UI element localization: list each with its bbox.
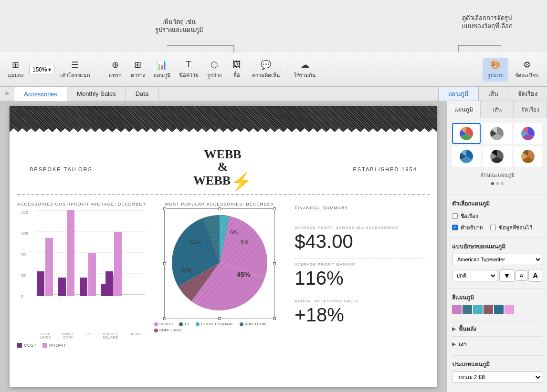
color-swatch-4[interactable] bbox=[484, 305, 493, 314]
bar-legend: COST PROFIT bbox=[17, 343, 148, 348]
tab-monthly-sales[interactable]: Monthly Sales bbox=[67, 87, 126, 101]
panel-axis-tab[interactable]: เส้น bbox=[481, 101, 514, 118]
color-swatch-1[interactable] bbox=[452, 305, 462, 314]
avg-profit-value: $43.00 bbox=[295, 231, 426, 252]
comment-button[interactable]: 💬 ความคิดเห็น bbox=[248, 58, 284, 82]
chart-style-2[interactable] bbox=[483, 123, 511, 144]
header-left-text: — BESPOKE TAILORS — bbox=[21, 166, 101, 172]
color-swatch-6[interactable] bbox=[505, 305, 514, 314]
pie-legend: SHIRTS TIE POCKET SQUARE WAISTCOAT bbox=[154, 322, 285, 332]
svg-text:6%: 6% bbox=[230, 229, 238, 235]
chart-style-6[interactable] bbox=[514, 146, 542, 167]
brand-name: WEBB&WEBB⚡ bbox=[193, 148, 252, 190]
media-button[interactable]: 🖼 สื่อ bbox=[226, 58, 247, 81]
panel-tab-axis[interactable]: เส้น bbox=[478, 87, 508, 101]
panel-tabs: แผนภูมิ เส้น จัดเรียง bbox=[447, 101, 547, 118]
svg-rect-8 bbox=[37, 271, 44, 296]
chart-style-5[interactable] bbox=[483, 146, 511, 167]
bar-chart-shirt bbox=[105, 210, 129, 296]
header-right-text: — ESTABLISHED 1954 — bbox=[344, 166, 426, 172]
font-select[interactable]: American Typewriter bbox=[452, 254, 542, 265]
pie-chart-section: MOST POPULAR ACCESSORIES: DECEMBER bbox=[154, 202, 285, 387]
pie-chart-svg: 5% 6% 11% 45% 33% bbox=[167, 210, 272, 315]
chart-options-label: ตัวเลือกแผนภูมิ bbox=[452, 199, 542, 208]
nav-dot-1[interactable] bbox=[491, 182, 494, 185]
insert-button[interactable]: ⊕ แทรก bbox=[105, 58, 126, 82]
text-button[interactable]: T ข้อความ bbox=[175, 58, 202, 81]
font-size-a-small[interactable]: A bbox=[515, 270, 527, 281]
avg-profit-label: AVERAGE PROFIT ACROSS ALL ACCESSORIES bbox=[295, 226, 426, 230]
chart-button[interactable]: 📊 แผนภูมิ bbox=[150, 58, 174, 82]
svg-rect-9 bbox=[45, 238, 53, 296]
color-swatch-3[interactable] bbox=[473, 305, 483, 314]
divider-top bbox=[17, 194, 430, 195]
font-size-a-large[interactable]: A bbox=[528, 269, 542, 282]
svg-rect-11 bbox=[67, 210, 74, 296]
font-style-select[interactable]: ปกติ bbox=[452, 270, 497, 281]
svg-rect-18 bbox=[114, 232, 122, 296]
nav-dot-2[interactable] bbox=[496, 182, 499, 185]
document-area: — BESPOKE TAILORS — WEBB&WEBB⚡ — ESTABLI… bbox=[0, 101, 447, 392]
table-button[interactable]: ⊞ ตาราง bbox=[127, 58, 149, 82]
share-button[interactable]: ☁ ใช้ร่วมกัน bbox=[290, 58, 320, 82]
bar-chart-section: ACCESSORIES COST/PROFIT AVERAGE: DECEMBE… bbox=[17, 202, 148, 387]
background-header[interactable]: ▶ พื้นหลัง bbox=[452, 321, 542, 336]
svg-text:แบบของวัตถุที่เลือก: แบบของวัตถุที่เลือก bbox=[462, 22, 513, 30]
annotation-area: เพิ่มวัตถุ เช่น รูปร่างและแผนภูมิ ดูตัวเ… bbox=[0, 0, 547, 52]
tab-accessories[interactable]: Accessories bbox=[14, 87, 67, 101]
svg-rect-10 bbox=[58, 278, 66, 296]
background-section: ▶ พื้นหลัง bbox=[447, 321, 547, 336]
financial-summary-section: FINANCIAL SUMMARY AVERAGE PROFIT ACROSS … bbox=[291, 202, 430, 387]
markup-label: AVERAGE PROFIT MARKUP bbox=[295, 262, 426, 267]
colors-label: สีแผนภูมิ bbox=[452, 293, 542, 302]
chart2-title: MOST POPULAR ACCESSORIES: DECEMBER bbox=[165, 202, 274, 206]
legend-label: คำอธิบาย bbox=[461, 223, 483, 232]
svg-rect-13 bbox=[88, 253, 96, 296]
zoom-control[interactable]: 150% ▾ bbox=[29, 65, 54, 74]
panel-tab-chart[interactable]: แผนภูมิ bbox=[438, 87, 478, 101]
view-button[interactable]: ⊞ มุมมอง bbox=[4, 58, 27, 82]
svg-text:ดูตัวเลือกการจัดรูป: ดูตัวเลือกการจัดรูป bbox=[462, 14, 512, 22]
font-section-label: แบบอักษรของแผนภูมิ bbox=[452, 242, 542, 251]
tab-data[interactable]: Data bbox=[126, 87, 158, 101]
svg-text:33%: 33% bbox=[181, 268, 191, 273]
charts-container: ACCESSORIES COST/PROFIT AVERAGE: DECEMBE… bbox=[10, 198, 437, 387]
shape-button[interactable]: ⬡ รูปร่าง bbox=[203, 58, 225, 82]
right-panel: แผนภูมิ เส้น จัดเรียง bbox=[447, 101, 547, 392]
font-size-decrease[interactable]: ▼ bbox=[499, 269, 515, 282]
title-checkbox[interactable] bbox=[452, 213, 458, 219]
chart-style-grid bbox=[452, 123, 542, 167]
legend-checkbox[interactable]: ✓ bbox=[452, 225, 458, 230]
pie-chart-wrapper[interactable]: 5% 6% 11% 45% 33% bbox=[167, 210, 272, 317]
format-button[interactable]: 🎨 รูปแบบ bbox=[483, 58, 508, 82]
svg-text:รูปร่างและแผนภูมิ: รูปร่างและแผนภูมิ bbox=[155, 26, 203, 34]
title-label: ชื่อเรื่อง bbox=[461, 212, 478, 220]
chart-style-4[interactable] bbox=[452, 146, 481, 167]
chart1-title: ACCESSORIES COST/PROFIT AVERAGE: DECEMBE… bbox=[17, 202, 148, 206]
add-sheet-button[interactable]: + bbox=[0, 87, 14, 101]
svg-text:5%: 5% bbox=[241, 239, 248, 245]
chart3-title: FINANCIAL SUMMARY bbox=[295, 206, 426, 210]
layout-button[interactable]: ☰ เค้าโครงแนก bbox=[56, 58, 94, 82]
chart-style-3[interactable] bbox=[514, 123, 542, 144]
color-swatch-5[interactable] bbox=[494, 305, 504, 314]
panel-arrange-tab[interactable]: จัดเรียง bbox=[514, 101, 547, 118]
nav-dots bbox=[452, 182, 542, 185]
sales-label: ANNUAL ACCESSORY SALES bbox=[295, 299, 426, 303]
color-swatches bbox=[452, 305, 542, 314]
chart-type-section: ประเภทแผนภูมิ วงกลม 2 มิติ bbox=[447, 355, 547, 388]
nav-dot-3[interactable] bbox=[501, 182, 504, 185]
toolbar: ⊞ มุมมอง 150% ▾ ☰ เค้าโครงแนก ⊕ แทรก ⊞ ต… bbox=[0, 52, 547, 87]
organize-button[interactable]: ⚙ จัดระเบียบ bbox=[510, 58, 543, 82]
hidden-data-label: ข้อมูลที่ซ่อนไว้ bbox=[499, 223, 532, 232]
color-swatch-2[interactable] bbox=[463, 305, 472, 314]
svg-rect-12 bbox=[80, 278, 87, 296]
chart-type-select[interactable]: วงกลม 2 มิติ bbox=[452, 371, 542, 383]
svg-text:เพิ่มวัตถุ เช่น: เพิ่มวัตถุ เช่น bbox=[162, 18, 196, 26]
svg-rect-17 bbox=[105, 271, 113, 296]
panel-chart-tab[interactable]: แผนภูมิ bbox=[447, 101, 481, 118]
hidden-data-checkbox[interactable] bbox=[490, 225, 496, 230]
chart-style-1[interactable] bbox=[452, 123, 481, 144]
panel-tab-arrange[interactable]: จัดเรียง bbox=[508, 87, 547, 101]
shadow-header[interactable]: ▶ เงา bbox=[452, 336, 542, 351]
